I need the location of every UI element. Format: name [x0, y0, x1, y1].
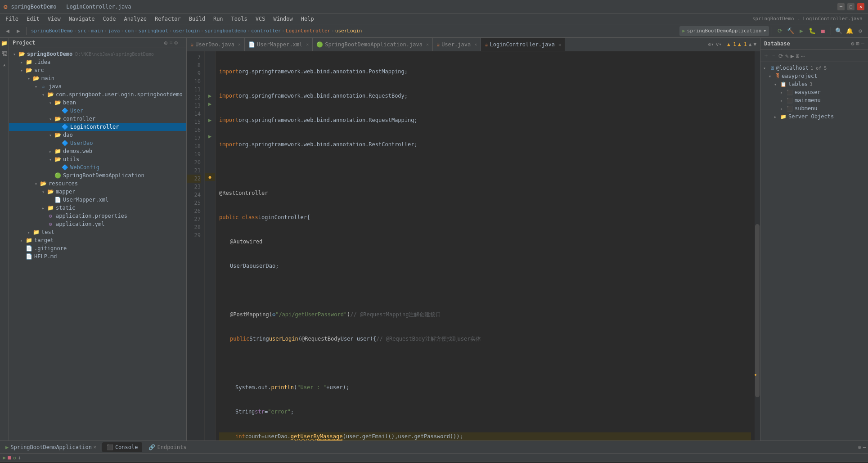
db-panel-settings-icon[interactable]: ⚙ — [851, 40, 854, 47]
bottom-hide-icon[interactable]: – — [863, 444, 866, 450]
tree-item-demos-web[interactable]: ▸ 📁 demos.web — [9, 147, 186, 155]
menu-vcs[interactable]: VCS — [252, 15, 269, 23]
tree-item-userdao[interactable]: 🔷 UserDao — [9, 139, 186, 147]
tree-item-help[interactable]: 📄 HELP.md — [9, 252, 186, 261]
db-item-easyproject[interactable]: ▾ 🗄 easyproject — [760, 72, 868, 80]
tree-item-mapper[interactable]: ▾ 📂 mapper — [9, 188, 186, 196]
breadcrumb-part-8[interactable]: controller — [251, 28, 281, 34]
nav-down-button[interactable]: ▼ — [753, 41, 756, 47]
gutter-run-icon[interactable]: ▶ — [208, 133, 211, 139]
stop-button[interactable]: ■ — [818, 26, 828, 36]
settings-button[interactable]: ⚙ — [855, 26, 865, 36]
db-layout-icon[interactable]: ⊞ — [796, 53, 800, 59]
tree-item-main[interactable]: ▾ 📂 main — [9, 74, 186, 82]
build-button[interactable]: 🔨 — [786, 26, 796, 36]
bottom-tab-console[interactable]: ⬛ Console — [102, 442, 143, 452]
tab-userdao[interactable]: ☕ UserDao.java ✕ — [187, 38, 245, 51]
db-item-server-objects[interactable]: ▸ 📁 Server Objects — [760, 112, 868, 121]
gutter-run-icon[interactable]: ▶ — [208, 101, 211, 107]
db-item-tables[interactable]: ▾ 📋 tables 3 — [760, 80, 868, 88]
close-tab-icon[interactable]: ✕ — [474, 42, 477, 47]
minimize-button[interactable]: ─ — [837, 3, 845, 10]
tree-item-static[interactable]: ▸ 📁 static — [9, 204, 186, 212]
tab-user[interactable]: ☕ User.java ✕ — [433, 38, 481, 51]
close-tab-icon[interactable]: ✕ — [238, 42, 241, 47]
db-add-icon[interactable]: ＋ — [763, 52, 769, 60]
tree-item-controller[interactable]: ▾ 📂 controller — [9, 115, 186, 123]
tab-springbootapp[interactable]: 🟢 SpringBootDemoApplication.java ✕ — [313, 38, 433, 51]
gutter-run-icon[interactable]: ▶ — [208, 93, 211, 99]
structure-activity-icon[interactable]: 🏗 — [1, 50, 8, 58]
breadcrumb-part-2[interactable]: main — [91, 28, 103, 34]
menu-run[interactable]: Run — [210, 15, 227, 23]
menu-refactor[interactable]: Refactor — [151, 15, 184, 23]
console-run-icon[interactable]: ▶ — [3, 454, 6, 461]
breadcrumb-part-1[interactable]: src — [77, 28, 86, 34]
run-config-dropdown[interactable]: ▶ springBootDemoApplication ▾ — [679, 26, 769, 36]
search-button[interactable]: 🔍 — [834, 26, 844, 36]
menu-tools[interactable]: Tools — [228, 15, 251, 23]
tree-item-bean[interactable]: ▾ 📂 bean — [9, 99, 186, 107]
tree-item-resources[interactable]: ▾ 📂 resources — [9, 180, 186, 188]
code-editor[interactable]: 7 8 9 10 11 12 13 14 15 16 17 18 19 20 — [187, 51, 760, 441]
run-close-icon[interactable]: ✕ — [94, 445, 96, 450]
db-item-localhost[interactable]: ▾ 🖥 @localhost 1 of 5 — [760, 64, 868, 72]
tab-settings-dropdown[interactable]: e▾ — [708, 41, 714, 47]
favorites-activity-icon[interactable]: ★ — [1, 61, 8, 68]
db-panel-layout-icon[interactable]: ⊞ — [856, 40, 859, 47]
tree-item-test[interactable]: ▸ 📁 test — [9, 228, 186, 236]
close-tab-icon[interactable]: ✕ — [426, 42, 429, 47]
code-content[interactable]: import org.springframework.web.bind.anno… — [216, 51, 755, 441]
bottom-settings-icon[interactable]: ⚙ — [858, 444, 861, 450]
tab-usermapper[interactable]: 📄 UserMapper.xml ✕ — [245, 38, 313, 51]
tree-item-com[interactable]: ▾ 📂 com.springboot.userlogin.springbootd… — [9, 90, 186, 99]
menu-file[interactable]: File — [2, 15, 22, 23]
db-panel-hide-icon[interactable]: – — [861, 40, 864, 47]
tree-item-dao[interactable]: ▾ 📂 dao — [9, 131, 186, 139]
tree-item-utils[interactable]: ▾ 📂 utils — [9, 155, 186, 163]
tree-item-gitignore[interactable]: 📄 .gitignore — [9, 244, 186, 252]
breadcrumb-part-7[interactable]: springbootdemo — [205, 28, 247, 34]
breadcrumb-part-3[interactable]: java — [108, 28, 120, 34]
db-minus-icon[interactable]: － — [771, 52, 777, 60]
console-scroll-icon[interactable]: ↓ — [18, 454, 21, 461]
breadcrumb-part-0[interactable]: springBootDemo — [31, 28, 73, 34]
menu-code[interactable]: Code — [99, 15, 120, 23]
tree-item-target[interactable]: ▸ 📁 target — [9, 236, 186, 244]
sidebar-locate-icon[interactable]: ◎ — [164, 40, 167, 46]
gutter-run-icon[interactable]: ▶ — [208, 117, 211, 123]
db-more-icon[interactable]: ⋯ — [801, 53, 805, 59]
breadcrumb-part-10[interactable]: userLogin — [335, 28, 362, 34]
bottom-tab-endpoints[interactable]: 🔗 Endpoints — [144, 442, 191, 452]
breadcrumb-part-6[interactable]: userlogin — [173, 28, 200, 34]
tree-item-app-yml[interactable]: ⚙ application.yml — [9, 220, 186, 228]
tree-item-springbootapp[interactable]: 🟢 SpringBootDemoApplication — [9, 171, 186, 180]
project-activity-icon[interactable]: 📁 — [1, 40, 8, 47]
project-forward-button[interactable]: ▶ — [13, 26, 23, 36]
db-refresh-icon[interactable]: ⟳ — [778, 53, 783, 59]
close-button[interactable]: ✕ — [857, 3, 864, 10]
editor-scrollbar[interactable] — [755, 51, 760, 441]
tree-item-usermapper-xml[interactable]: 📄 UserMapper.xml — [9, 196, 186, 204]
tree-item-java[interactable]: ▾ ☕ java — [9, 82, 186, 90]
menu-navigate[interactable]: Navigate — [65, 15, 99, 23]
db-properties-icon[interactable]: ✎ — [785, 53, 789, 59]
db-query-icon[interactable]: ▶ — [791, 53, 794, 59]
close-tab-icon[interactable]: ✕ — [558, 42, 561, 47]
breadcrumb-part-9[interactable]: LoginController — [286, 28, 330, 34]
tree-item-user-class[interactable]: 🔷 User — [9, 107, 186, 115]
console-stop-icon[interactable]: ■ — [8, 454, 11, 461]
nav-up-button[interactable]: ▲ — [749, 41, 752, 47]
tree-item-logincontroller[interactable]: 🔷 LoginController — [9, 123, 186, 131]
tree-item-root[interactable]: ▾ 📂 springBootDemo D:\NCB\ncbJava\spring… — [9, 50, 186, 58]
sidebar-settings-icon[interactable]: ⚙ — [175, 40, 178, 46]
tab-view-dropdown[interactable]: v▾ — [716, 41, 722, 47]
menu-window[interactable]: Window — [270, 15, 296, 23]
debug-button[interactable]: 🐛 — [807, 26, 817, 36]
menu-analyze[interactable]: Analyze — [120, 15, 150, 23]
tab-logincontroller[interactable]: ☕ LoginController.java ✕ — [481, 38, 565, 51]
project-back-button[interactable]: ◀ — [3, 26, 13, 36]
code-scroll-area[interactable]: 7 8 9 10 11 12 13 14 15 16 17 18 19 20 — [187, 51, 760, 441]
db-item-mainmenu[interactable]: ▸ ⬛ mainmenu — [760, 96, 868, 104]
tree-item-app-props[interactable]: ⚙ application.properties — [9, 212, 186, 220]
